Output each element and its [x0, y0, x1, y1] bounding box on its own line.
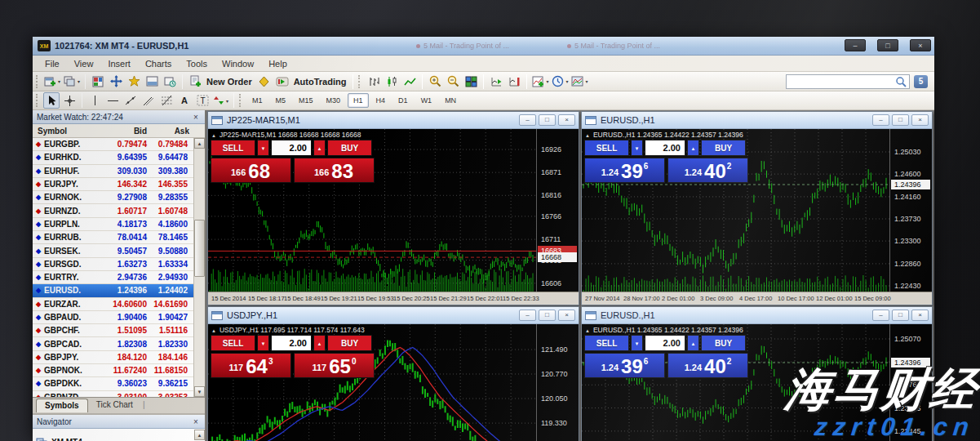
templates-button[interactable]: ▾ — [570, 74, 588, 90]
market-watch-row-eurtry[interactable]: ◆ EURTRY. 2.94736 2.94930 — [33, 271, 205, 284]
buy-button[interactable]: BUY — [701, 335, 746, 351]
new-chart-button[interactable]: ▾ — [43, 74, 61, 90]
buy-price-button[interactable]: 117650 — [294, 353, 375, 378]
autotrading-button[interactable] — [274, 74, 290, 90]
search-input[interactable] — [789, 77, 895, 86]
terminal-toggle[interactable] — [144, 74, 160, 90]
volume-field[interactable]: 2.00 — [645, 140, 685, 156]
tab-tick-chart[interactable]: Tick Chart — [88, 399, 141, 412]
autotrading-label[interactable]: AutoTrading — [294, 77, 347, 87]
scrollbar-thumb[interactable] — [194, 220, 205, 277]
navigator-item-account[interactable]: XM MT4 — [36, 436, 82, 441]
profiles-button[interactable]: ▾ — [63, 74, 81, 90]
chart-minimize-button[interactable]: – — [872, 114, 889, 126]
zoom-in-button[interactable] — [427, 74, 443, 90]
chart-restore-button[interactable]: □ — [892, 310, 909, 321]
column-ask[interactable]: Ask — [147, 127, 189, 136]
trendline-tool[interactable] — [122, 92, 139, 109]
buy-price-button[interactable]: 16683 — [294, 158, 375, 183]
timeframe-m30[interactable]: M30 — [321, 93, 347, 108]
new-order-label[interactable]: New Order — [206, 77, 252, 87]
volume-decrease-icon[interactable]: ▼ — [631, 335, 643, 351]
chart-plot-area[interactable]: 1.250301.246001.241601.237301.233001.228… — [582, 129, 932, 305]
toolbar-grip[interactable] — [36, 94, 39, 107]
volume-field[interactable]: 2.00 — [271, 335, 312, 351]
horizontal-line-tool[interactable] — [104, 92, 121, 109]
volume-increase-icon[interactable]: ▲ — [313, 335, 326, 351]
scroll-down-icon[interactable]: ▼ — [194, 386, 205, 397]
chart-shift-button[interactable] — [506, 74, 522, 90]
sell-button[interactable]: SELL — [211, 335, 255, 351]
market-watch-row-eursek[interactable]: ◆ EURSEK. 9.50457 9.50880 — [33, 244, 205, 257]
market-watch-row-eursgd[interactable]: ◆ EURSGD. 1.63273 1.63334 — [33, 258, 205, 271]
menu-item-view[interactable]: View — [67, 57, 101, 70]
title-bar[interactable]: XM 1021764: XM MT4 - EURUSD,H1 5 Mail - … — [33, 37, 934, 56]
chart-restore-button[interactable]: □ — [539, 310, 556, 321]
navigator-scroll-up-icon[interactable]: ▲ — [194, 430, 205, 440]
tile-windows-button[interactable] — [463, 74, 479, 90]
volume-increase-icon[interactable]: ▲ — [313, 140, 326, 156]
market-watch-row-eurzar[interactable]: ◆ EURZAR. 14.60600 14.61690 — [33, 298, 205, 311]
sell-price-button[interactable]: 117643 — [211, 353, 291, 378]
menu-item-help[interactable]: Help — [261, 57, 295, 70]
fibonacci-tool[interactable] — [158, 92, 175, 109]
market-watch-row-gbpjpy[interactable]: ◆ GBPJPY. 184.120 184.146 — [33, 351, 205, 364]
new-order-button[interactable] — [187, 74, 203, 90]
chart-bars-button[interactable] — [366, 74, 382, 90]
market-watch-scrollbar[interactable]: ▲ ▼ — [193, 138, 205, 397]
menu-item-file[interactable]: File — [38, 57, 67, 70]
channel-tool[interactable] — [140, 92, 157, 109]
timeframe-mn[interactable]: MN — [439, 93, 462, 108]
collapse-icon[interactable]: ▲ — [585, 328, 590, 333]
sell-button[interactable]: SELL — [211, 140, 255, 156]
chart-restore-button[interactable]: □ — [539, 114, 556, 126]
timeframe-h1[interactable]: H1 — [348, 93, 369, 108]
data-window-toggle[interactable] — [108, 74, 124, 90]
volume-increase-icon[interactable]: ▲ — [687, 140, 699, 156]
market-watch-header[interactable]: Market Watch: 22:47:24 × — [33, 110, 205, 124]
collapse-icon[interactable]: ▲ — [585, 133, 590, 138]
navigator-close-icon[interactable]: × — [191, 417, 201, 426]
toolbar-grip[interactable] — [36, 75, 39, 88]
cursor-tool[interactable] — [43, 92, 60, 109]
sell-price-button[interactable]: 16668 — [211, 158, 291, 183]
sell-button[interactable]: SELL — [584, 140, 629, 156]
buy-button[interactable]: BUY — [327, 335, 372, 351]
timeframe-h4[interactable]: H4 — [370, 93, 392, 108]
volume-field[interactable]: 2.00 — [645, 335, 685, 351]
arrows-tool[interactable]: ▾ — [212, 92, 229, 109]
sell-price-button[interactable]: 1.24396 — [584, 353, 665, 378]
timeframe-m15[interactable]: M15 — [293, 93, 319, 108]
market-watch-row-gbpchf[interactable]: ◆ GBPCHF. 1.51095 1.51116 — [33, 324, 205, 337]
minimize-button[interactable]: – — [845, 39, 866, 51]
market-watch-row-eurrub[interactable]: ◆ EURRUB. 78.0414 78.1465 — [33, 231, 205, 244]
mql5-community-icon[interactable]: 5 — [914, 75, 928, 88]
menu-item-window[interactable]: Window — [215, 57, 261, 70]
chart-minimize-button[interactable]: – — [872, 310, 889, 321]
scroll-up-icon[interactable]: ▲ — [194, 138, 205, 149]
timeframe-m5[interactable]: M5 — [270, 93, 292, 108]
maximize-button[interactable]: □ — [877, 39, 898, 51]
metaeditor-button[interactable] — [256, 74, 273, 90]
market-watch-row-eurgbp[interactable]: ◆ EURGBP. 0.79474 0.79484 — [33, 138, 205, 151]
market-watch-row-gbpaud[interactable]: ◆ GBPAUD. 1.90406 1.90427 — [33, 311, 205, 324]
buy-price-button[interactable]: 1.24402 — [667, 353, 748, 378]
menu-item-tools[interactable]: Tools — [179, 57, 215, 70]
chart-plot-area[interactable]: 121.490120.770120.050119.330118.610 ▲USD… — [208, 324, 579, 441]
chart-plot-area[interactable]: 1692616871168161676616711166611660616683… — [208, 129, 579, 305]
toolbar-grip[interactable] — [239, 94, 242, 107]
menu-item-charts[interactable]: Charts — [138, 57, 179, 70]
chart-restore-button[interactable]: □ — [892, 114, 909, 126]
chart-close-button[interactable]: × — [911, 310, 929, 321]
chart-window-titlebar[interactable]: JP225-MAR15,M1 – □ × — [208, 112, 579, 129]
buy-button[interactable]: BUY — [701, 140, 746, 156]
toolbar-grip[interactable] — [358, 75, 361, 88]
chart-candles-button[interactable] — [384, 74, 400, 90]
chart-close-button[interactable]: × — [558, 114, 575, 126]
buy-button[interactable]: BUY — [327, 140, 372, 156]
market-watch-row-eurjpy[interactable]: ◆ EURJPY. 146.342 146.355 — [33, 178, 205, 191]
strategy-tester-toggle[interactable] — [162, 74, 178, 90]
market-watch-row-gbpnzd[interactable]: ◆ GBPNZD. 3.03100 3.03253 — [33, 391, 205, 397]
indicators-button[interactable]: ▾ — [531, 74, 549, 90]
close-button[interactable]: × — [910, 39, 931, 51]
